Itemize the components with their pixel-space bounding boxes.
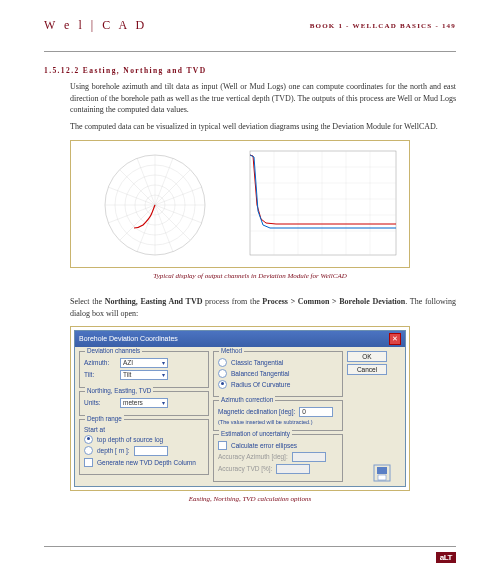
group-label: Deviation channels xyxy=(85,347,142,354)
group-uncertainty: Estimation of uncertainty Calculate erro… xyxy=(213,434,343,482)
logo: W e l | C A D xyxy=(44,18,147,33)
group-label: Method xyxy=(219,347,244,354)
paragraph-2: The computed data can be visualized in t… xyxy=(70,121,456,133)
group-deviation-channels: Deviation channels Azimuth: AZI Tilt: Ti… xyxy=(79,351,209,388)
magnetic-decl-input[interactable]: 0 xyxy=(299,407,333,417)
group-depth-range: Depth range Start at top depth of source… xyxy=(79,419,209,475)
group-label: Depth range xyxy=(85,415,124,422)
group-method: Method Classic Tangential Balanced Tange… xyxy=(213,351,343,397)
group-azimuth-correction: Azimuth correction Magnetic declination … xyxy=(213,400,343,431)
tilt-label: Tilt: xyxy=(84,371,116,378)
svg-rect-27 xyxy=(378,475,386,480)
group-label: Azimuth correction xyxy=(219,396,275,403)
dialog-titlebar: Borehole Deviation Coordinates ✕ xyxy=(75,331,405,347)
radio-depth[interactable] xyxy=(84,446,93,455)
azimuth-select[interactable]: AZI xyxy=(120,358,168,368)
checkbox-error-ellipses[interactable] xyxy=(218,441,227,450)
radio-classic-tangential[interactable] xyxy=(218,358,227,367)
radio-top-depth[interactable] xyxy=(84,435,93,444)
group-net: Northing, Easting, TVD Units: meters xyxy=(79,391,209,416)
footer-logo: aLT xyxy=(436,552,456,563)
borehole-deviation-dialog: Borehole Deviation Coordinates ✕ Deviati… xyxy=(74,330,406,487)
radio-radius-curvature[interactable] xyxy=(218,380,227,389)
figure-deviation-plots xyxy=(70,140,410,268)
checkbox-error-ellipses-label: Calculate error ellipses xyxy=(231,442,297,449)
units-select[interactable]: meters xyxy=(120,398,168,408)
dialog-title: Borehole Deviation Coordinates xyxy=(79,335,178,342)
radio-depth-label: depth [ m ]: xyxy=(97,447,130,454)
method-2-label: Balanced Tangential xyxy=(231,370,289,377)
start-at-label: Start at xyxy=(84,426,116,433)
accuracy-azimuth-input[interactable] xyxy=(292,452,326,462)
group-label: Estimation of uncertainty xyxy=(219,430,292,437)
figure-1-caption: Typical display of output channels in De… xyxy=(44,272,456,280)
page-header: BOOK 1 - WELLCAD BASICS - 149 xyxy=(310,22,456,30)
svg-rect-26 xyxy=(377,467,387,474)
cancel-button[interactable]: Cancel xyxy=(347,364,387,375)
checkbox-generate-tvd-label: Generate new TVD Depth Column xyxy=(97,459,196,466)
tilt-select[interactable]: Tilt xyxy=(120,370,168,380)
method-3-label: Radius Of Curvature xyxy=(231,381,290,388)
accuracy-azimuth-label: Accuracy Azimuth [deg]: xyxy=(218,453,288,460)
line-plot xyxy=(236,145,401,263)
figure-2-caption: Easting, Northing, TVD calculation optio… xyxy=(44,495,456,503)
checkbox-generate-tvd[interactable] xyxy=(84,458,93,467)
azimuth-label: Azimuth: xyxy=(84,359,116,366)
magnetic-decl-note: (The value inserted will be subtracted.) xyxy=(218,419,338,425)
radio-balanced-tangential[interactable] xyxy=(218,369,227,378)
magnetic-decl-label: Magnetic declination [deg]: xyxy=(218,408,295,415)
save-icon[interactable] xyxy=(373,464,391,482)
ok-button[interactable]: OK xyxy=(347,351,387,362)
depth-input[interactable] xyxy=(134,446,168,456)
method-1-label: Classic Tangential xyxy=(231,359,283,366)
polar-plot xyxy=(80,145,230,263)
svg-rect-14 xyxy=(250,151,396,255)
units-label: Units: xyxy=(84,399,116,406)
paragraph-1: Using borehole azimuth and tilt data as … xyxy=(70,81,456,116)
accuracy-tvd-label: Accuracy TVD [%]: xyxy=(218,465,272,472)
header-rule xyxy=(44,51,456,52)
paragraph-3: Select the Northing, Easting And TVD pro… xyxy=(70,296,456,319)
accuracy-tvd-input[interactable] xyxy=(276,464,310,474)
group-label: Northing, Easting, TVD xyxy=(85,387,153,394)
close-icon[interactable]: ✕ xyxy=(389,333,401,345)
radio-top-depth-label: top depth of source log xyxy=(97,436,163,443)
section-heading: 1.5.12.2 Easting, Northing and TVD xyxy=(44,66,456,75)
dialog-figure: Borehole Deviation Coordinates ✕ Deviati… xyxy=(70,326,410,491)
footer-rule xyxy=(44,546,456,547)
